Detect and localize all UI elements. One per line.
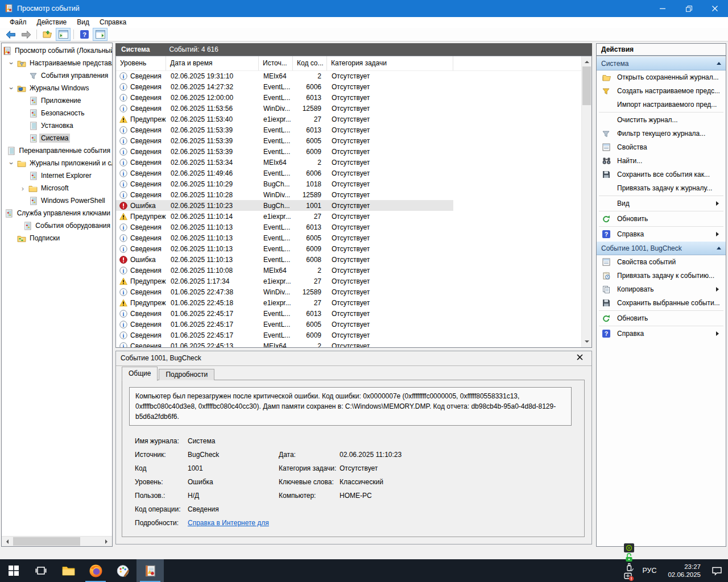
minimize-button[interactable] xyxy=(650,0,676,17)
action-item[interactable]: Создать настраиваемое предс... xyxy=(597,84,726,98)
tree-item-3[interactable]: ›Журналы Windows xyxy=(2,82,112,94)
tree-item-12[interactable]: Windows PowerShell xyxy=(2,194,112,207)
table-row-25[interactable]: iСведения01.06.2025 22:45:17EventL...600… xyxy=(116,330,582,340)
tree-horizontal-scrollbar[interactable] xyxy=(2,536,112,546)
collapse-arrow-icon[interactable] xyxy=(717,244,721,250)
table-row-8[interactable]: iСведения02.06.2025 11:53:39EventL...600… xyxy=(116,146,582,157)
show-action-pane-button[interactable] xyxy=(93,28,107,41)
action-item[interactable]: ?Справка xyxy=(597,327,726,340)
scroll-down-arrow-icon[interactable] xyxy=(582,338,592,347)
chevron-down-icon[interactable]: › xyxy=(7,83,16,93)
import-custom-view-button[interactable] xyxy=(40,28,55,41)
table-row-1[interactable]: iСведения02.06.2025 19:31:10MEIx642Отсут… xyxy=(116,70,582,81)
chevron-down-icon[interactable]: › xyxy=(7,158,16,168)
tree-item-7[interactable]: Система xyxy=(2,132,112,144)
tree-item-11[interactable]: ›Microsoft xyxy=(2,182,112,194)
column-header-4[interactable]: Код со... xyxy=(293,56,327,70)
tree-item-4[interactable]: Приложение xyxy=(2,94,112,107)
table-row-12[interactable]: iСведения02.06.2025 11:10:28WinDiv...125… xyxy=(116,189,582,200)
tree-item-6[interactable]: Установка xyxy=(2,119,112,132)
tree-item-1[interactable]: ›Настраиваемые представления xyxy=(2,57,112,69)
table-row-14[interactable]: Предупреж...02.06.2025 11:10:14e1iexpr..… xyxy=(116,211,582,222)
close-button[interactable] xyxy=(702,0,728,17)
tree-item-8[interactable]: Перенаправленные события xyxy=(2,144,112,157)
paint-taskbar-button[interactable] xyxy=(109,559,136,582)
column-header-2[interactable]: Дата и время xyxy=(166,56,259,70)
scroll-left-arrow-icon[interactable] xyxy=(2,537,11,546)
close-preview-icon[interactable] xyxy=(577,354,585,362)
explorer-taskbar-button[interactable] xyxy=(55,559,82,582)
action-item[interactable]: Свойства xyxy=(597,140,726,154)
action-item[interactable]: Привязать задачу к событию... xyxy=(597,269,726,282)
show-console-tree-button[interactable] xyxy=(56,28,71,41)
event-viewer-taskbar-button[interactable] xyxy=(136,559,164,582)
horizontal-scrollbar-thumb[interactable] xyxy=(13,537,80,546)
menu-item-2[interactable]: Действие xyxy=(32,17,72,28)
tree-item-15[interactable]: Подписки xyxy=(2,232,112,244)
start-taskbar-button[interactable] xyxy=(0,559,27,582)
tree-item-5[interactable]: Безопасность xyxy=(2,107,112,119)
menu-item-3[interactable]: Вид xyxy=(72,17,94,28)
taskbar-clock[interactable]: 23:27 02.06.2025 xyxy=(663,563,705,579)
column-header-1[interactable]: Уровень xyxy=(116,56,166,70)
table-row-18[interactable]: Ошибка02.06.2025 11:10:13EventL...6008От… xyxy=(116,254,582,265)
chevron-right-icon[interactable]: › xyxy=(18,184,28,193)
action-item[interactable]: ?Справка xyxy=(597,227,726,241)
usb-tray-icon[interactable] xyxy=(623,562,635,572)
table-row-20[interactable]: Предупреж...02.06.2025 1:17:34e1iexpr...… xyxy=(116,276,582,286)
action-item[interactable]: Найти... xyxy=(597,154,726,168)
table-row-2[interactable]: iСведения02.06.2025 14:27:32EventL...600… xyxy=(116,81,582,92)
action-item[interactable]: Обновить xyxy=(597,212,726,226)
table-row-21[interactable]: iСведения01.06.2025 22:47:38WinDiv...125… xyxy=(116,286,582,297)
firefox-taskbar-button[interactable] xyxy=(82,559,109,582)
chevron-down-icon[interactable]: › xyxy=(7,58,16,68)
action-item[interactable]: Копировать xyxy=(597,282,726,296)
back-button[interactable] xyxy=(3,28,18,41)
nvidia-tray-icon[interactable] xyxy=(623,543,635,552)
table-row-15[interactable]: iСведения02.06.2025 11:10:13EventL...601… xyxy=(116,222,582,232)
action-item[interactable]: Обновить xyxy=(597,311,726,325)
action-item[interactable]: Свойства событий xyxy=(597,255,726,269)
action-item[interactable]: Сохранить выбранные событи... xyxy=(597,296,726,310)
lock-tray-icon[interactable] xyxy=(623,552,635,562)
table-row-26[interactable]: iСведения01.06.2025 22:45:13MEIx642Отсут… xyxy=(116,340,582,347)
tree-item-13[interactable]: Служба управления ключами xyxy=(2,207,112,219)
tree-item-9[interactable]: ›Журналы приложений и служб xyxy=(2,157,112,169)
help-button[interactable]: ? xyxy=(77,28,92,41)
scroll-right-arrow-icon[interactable] xyxy=(102,537,112,546)
column-header-3[interactable]: Источ... xyxy=(259,56,293,70)
table-row-19[interactable]: iСведения02.06.2025 11:10:08MEIx642Отсут… xyxy=(116,265,582,276)
tree-item-0[interactable]: Просмотр событий (Локальный) xyxy=(2,44,112,57)
action-item[interactable]: Вид xyxy=(597,197,726,210)
table-row-5[interactable]: Предупреж...02.06.2025 11:53:40e1iexpr..… xyxy=(116,114,582,124)
online-help-link[interactable]: Справка в Интернете для xyxy=(188,519,269,527)
vertical-scrollbar-thumb[interactable] xyxy=(582,66,591,105)
scroll-up-arrow-icon[interactable] xyxy=(582,56,592,66)
action-center-icon[interactable] xyxy=(709,566,725,576)
restore-button[interactable] xyxy=(676,0,702,17)
menu-item-1[interactable]: Файл xyxy=(5,17,32,28)
tree-item-14[interactable]: События оборудования xyxy=(2,219,112,232)
table-row-13[interactable]: Ошибка02.06.2025 11:10:23BugCh...1001Отс… xyxy=(116,200,582,211)
action-item[interactable]: Фильтр текущего журнала... xyxy=(597,127,726,140)
task-view-taskbar-button[interactable] xyxy=(27,559,55,582)
table-row-7[interactable]: iСведения02.06.2025 11:53:39EventL...600… xyxy=(116,135,582,146)
table-row-23[interactable]: iСведения01.06.2025 22:45:17EventL...601… xyxy=(116,308,582,319)
table-row-22[interactable]: Предупреж...01.06.2025 22:45:18e1iexpr..… xyxy=(116,297,582,308)
defender-tray-icon[interactable] xyxy=(623,572,635,581)
tab-general[interactable]: Общие xyxy=(122,367,158,381)
table-row-6[interactable]: iСведения02.06.2025 11:53:39EventL...601… xyxy=(116,124,582,135)
table-row-17[interactable]: iСведения02.06.2025 11:10:13EventL...600… xyxy=(116,243,582,254)
table-vertical-scrollbar[interactable] xyxy=(581,56,592,347)
collapse-arrow-icon[interactable] xyxy=(717,60,721,65)
action-item[interactable]: Сохранить все события как... xyxy=(597,168,726,181)
forward-button[interactable] xyxy=(19,28,34,41)
menu-item-4[interactable]: Справка xyxy=(94,17,131,28)
table-row-3[interactable]: iСведения02.06.2025 12:00:00EventL...601… xyxy=(116,92,582,103)
tab-details[interactable]: Подробности xyxy=(159,369,214,380)
action-item[interactable]: Очистить журнал... xyxy=(597,113,726,127)
table-row-16[interactable]: iСведения02.06.2025 11:10:13EventL...600… xyxy=(116,232,582,243)
column-header-5[interactable]: Категория задачи xyxy=(327,56,453,70)
table-row-24[interactable]: iСведения01.06.2025 22:45:17EventL...600… xyxy=(116,319,582,330)
tree-item-2[interactable]: События управления xyxy=(2,69,112,82)
